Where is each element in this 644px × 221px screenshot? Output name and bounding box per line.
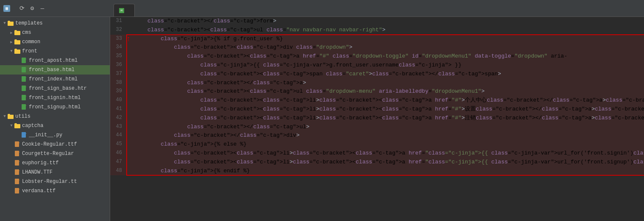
sidebar-item-front_signin[interactable]: front_signin.html: [0, 93, 110, 102]
folder-arrow: ▶: [8, 39, 14, 45]
line-code: class="c-bracket"><class="c-tag">span cl…: [131, 70, 644, 79]
line-gutter: [126, 96, 131, 105]
sidebar-item-front_base[interactable]: front_base.html: [0, 65, 110, 75]
line-gutter: [126, 149, 131, 158]
sidebar-item-init_py[interactable]: __init__.py: [0, 130, 110, 140]
code-line: 45 class="c-jinja">{% else %}: [110, 140, 644, 149]
line-code: class="c-bracket"><class="c-tag">a href=…: [131, 52, 644, 61]
sidebar-item-label: euphorig.ttf: [22, 160, 58, 166]
sidebar-item-front_sign_base[interactable]: front_sign_base.htr: [0, 84, 110, 93]
sidebar-item-lobster_ttf[interactable]: Lobster-Regular.tt: [0, 177, 110, 186]
top-bar-icons: ⟳ ⚙ —: [19, 5, 46, 12]
sidebar-item-label: front: [22, 48, 37, 54]
line-code: class="c-bracket"><class="c-tag">li>clas…: [131, 158, 644, 167]
sidebar-item-label: front_index.html: [29, 76, 78, 82]
refresh-icon[interactable]: ⟳: [19, 5, 25, 12]
sidebar-item-label: templates: [15, 20, 43, 26]
line-code: class="c-bracket"><class="c-tag">li>clas…: [131, 114, 644, 123]
top-bar: ▦ ⟳ ⚙ — H: [0, 0, 644, 17]
sidebar-item-label: cms: [22, 30, 31, 36]
line-code: class="c-bracket"></class="c-tag">ul>: [131, 123, 644, 132]
svg-marker-17: [18, 151, 20, 152]
line-code: class="c-bracket"><class="c-tag">ul clas…: [131, 87, 644, 96]
code-line: 35 class="c-bracket"><class="c-tag">a hr…: [110, 52, 644, 61]
sidebar-item-label: front_base.html: [29, 67, 75, 73]
sidebar-item-label: front_signin.html: [29, 95, 80, 101]
code-table: 31 class="c-bracket"></class="c-tag">for…: [110, 17, 644, 175]
tab-area: H: [114, 0, 641, 17]
svg-marker-9: [25, 95, 27, 97]
code-line: 39 class="c-bracket"><class="c-tag">ul c…: [110, 87, 644, 96]
code-line: 37 class="c-bracket"><class="c-tag">span…: [110, 70, 644, 79]
sidebar-item-verdana_ttf[interactable]: verdana.ttf: [0, 186, 110, 196]
sidebar-item-front_signup[interactable]: front_signup.html: [0, 102, 110, 112]
sidebar-item-captcha[interactable]: ▼captcha: [0, 121, 110, 130]
sidebar-item-label: __init__.py: [29, 132, 62, 138]
folder-arrow: ▼: [8, 48, 14, 54]
line-number: 39: [110, 87, 126, 96]
file-icon: [14, 141, 20, 147]
line-gutter: [126, 105, 131, 114]
line-gutter: [126, 167, 131, 176]
sidebar-item-euphorig_ttf[interactable]: euphorig.ttf: [0, 158, 110, 168]
code-line: 32 class="c-bracket"><class="c-tag">ul c…: [110, 26, 644, 35]
sidebar-item-front_apost[interactable]: front_apost.html: [0, 56, 110, 65]
sidebar-item-label: Courgette-Regular: [22, 151, 74, 157]
code-line: 48 class="c-jinja">{% endif %}: [110, 167, 644, 176]
file-icon: [21, 104, 27, 110]
sidebar-item-label: front_sign_base.htr: [29, 86, 87, 91]
line-number: 35: [110, 52, 126, 61]
code-line: 36 class="c-jinja">{{ class="c-jinja-var…: [110, 61, 644, 70]
line-gutter: [126, 52, 131, 61]
sidebar-item-templates[interactable]: ▼templates: [0, 19, 110, 28]
sidebar-item-lhandw_ttf[interactable]: LHANDW.TTF: [0, 168, 110, 177]
line-code: class="c-bracket"></class="c-tag">a>: [131, 79, 644, 88]
line-number: 43: [110, 123, 126, 132]
line-number: 37: [110, 70, 126, 79]
line-code: class="c-bracket"><class="c-tag">ul clas…: [131, 26, 644, 35]
file-icon: [21, 132, 27, 138]
sidebar-item-label: Cookie-Regular.ttf: [22, 141, 77, 147]
sidebar-item-label: utils: [15, 113, 31, 119]
line-code: class="c-bracket"></class="c-tag">form>: [131, 17, 644, 26]
line-number: 32: [110, 26, 126, 35]
line-code: class="c-bracket"><class="c-tag">li>clas…: [131, 149, 644, 158]
code-line: 33↑ class="c-jinja">{% if g.front_user %…: [110, 35, 644, 44]
sidebar-item-common[interactable]: ▶common: [0, 37, 110, 47]
file-icon: [21, 58, 27, 64]
code-area[interactable]: 31 class="c-bracket"></class="c-tag">for…: [110, 17, 644, 221]
line-number: 44: [110, 131, 126, 140]
sidebar-item-front[interactable]: ▼front: [0, 47, 110, 56]
sidebar-item-label: LHANDW.TTF: [22, 169, 53, 175]
tab-front-base[interactable]: H: [114, 4, 135, 17]
file-icon: [21, 76, 27, 82]
folder-icon: [14, 39, 20, 44]
project-icon: ▦: [3, 5, 10, 12]
line-number: 38: [110, 79, 126, 88]
line-code: class="c-jinja">{% endif %}: [131, 167, 644, 176]
svg-marker-21: [18, 169, 20, 171]
line-number: 41: [110, 105, 126, 114]
code-line: 43 class="c-bracket"></class="c-tag">ul>: [110, 123, 644, 132]
minimize-icon[interactable]: —: [39, 5, 46, 12]
line-gutter: [126, 114, 131, 123]
settings-icon[interactable]: ⚙: [29, 5, 36, 12]
sidebar-item-label: common: [22, 39, 40, 45]
folder-arrow: ▼: [2, 113, 8, 119]
file-icon: [21, 86, 27, 91]
svg-marker-5: [25, 76, 27, 78]
line-number: 34: [110, 43, 126, 52]
code-line: 41 class="c-bracket"><class="c-tag">li>c…: [110, 105, 644, 114]
sidebar-item-utils[interactable]: ▼utils: [0, 112, 110, 121]
file-icon: [14, 169, 20, 175]
code-line: 34 class="c-bracket"><class="c-tag">div …: [110, 43, 644, 52]
sidebar-item-courgette_ttf[interactable]: Courgette-Regular: [0, 149, 110, 158]
line-code: class="c-jinja">{% else %}: [131, 140, 644, 149]
line-code: class="c-bracket"></class="c-tag">div>: [131, 131, 644, 140]
sidebar-item-label: front_signup.html: [29, 104, 80, 110]
sidebar-item-cms[interactable]: ▶cms: [0, 28, 110, 37]
line-code: class="c-bracket"><class="c-tag">li>clas…: [131, 105, 644, 114]
svg-marker-23: [18, 179, 20, 180]
sidebar-item-cookie_ttf[interactable]: Cookie-Regular.ttf: [0, 140, 110, 149]
sidebar-item-front_index[interactable]: front_index.html: [0, 75, 110, 84]
